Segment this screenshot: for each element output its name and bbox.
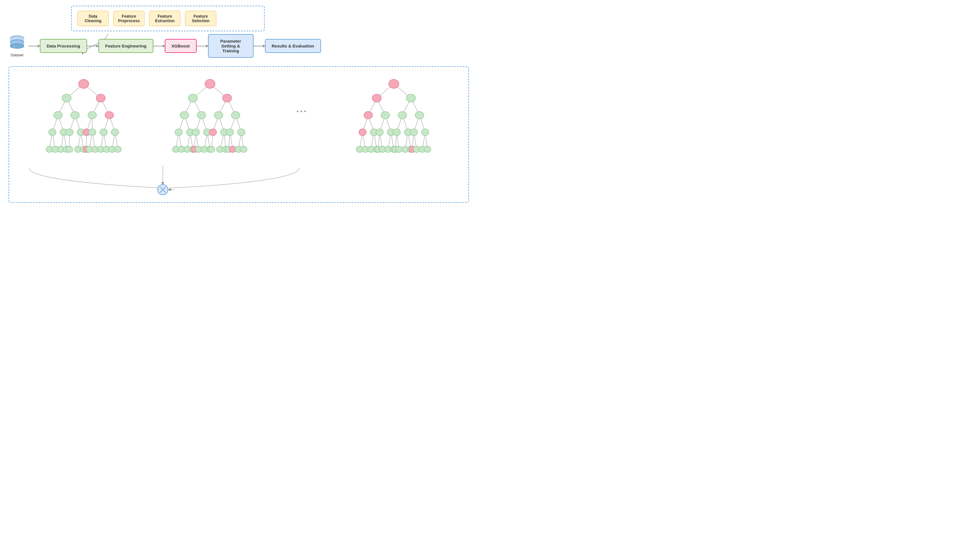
feature-engineering-pipeline-box: Feature Engineering <box>99 39 153 53</box>
svg-point-5 <box>10 44 24 48</box>
svg-point-99 <box>197 111 206 119</box>
svg-point-96 <box>188 94 197 102</box>
ellipsis-dots: ... <box>296 104 308 114</box>
svg-point-185 <box>424 146 431 153</box>
results-evaluation-box: Results & Evaluation <box>265 39 321 53</box>
feature-engineering-box: DataCleaning FeaturePreprocess FeatureEx… <box>71 6 265 31</box>
tree-2-svg <box>170 75 250 166</box>
tree-1-svg <box>44 75 124 166</box>
svg-point-161 <box>415 111 424 119</box>
arrow-5 <box>254 46 265 46</box>
svg-point-43 <box>105 111 114 119</box>
svg-point-104 <box>192 129 199 136</box>
svg-point-38 <box>62 94 71 102</box>
svg-point-8 <box>14 46 15 47</box>
svg-point-108 <box>226 129 233 136</box>
svg-point-97 <box>222 94 232 102</box>
aggregation-svg <box>23 165 454 200</box>
arrow-1 <box>28 46 40 46</box>
svg-point-65 <box>114 146 121 153</box>
dataset-icon: Dataset <box>9 35 26 57</box>
trees-container: ... <box>9 66 469 203</box>
svg-point-98 <box>180 111 189 119</box>
svg-point-156 <box>372 94 381 102</box>
svg-point-100 <box>214 111 223 119</box>
svg-point-40 <box>54 111 62 119</box>
svg-point-95 <box>205 80 215 89</box>
svg-point-37 <box>78 80 89 89</box>
pipeline-row: Dataset Data Processing Feature Engineer… <box>9 34 469 58</box>
svg-point-118 <box>208 146 215 153</box>
arrow-2 <box>87 46 99 46</box>
arrow-3 <box>153 46 165 46</box>
dataset-label: Dataset <box>11 53 23 57</box>
svg-point-50 <box>100 129 107 136</box>
trees-row: ... <box>20 75 457 166</box>
svg-point-56 <box>66 146 73 153</box>
svg-point-102 <box>175 129 182 136</box>
svg-point-6 <box>14 38 15 39</box>
svg-point-168 <box>410 129 418 136</box>
svg-point-51 <box>111 129 119 136</box>
svg-point-157 <box>406 94 415 102</box>
svg-point-49 <box>89 129 96 136</box>
svg-point-166 <box>393 129 401 136</box>
feature-preprocess-box: FeaturePreprocess <box>113 11 144 26</box>
tree-1 <box>44 75 124 166</box>
svg-point-42 <box>88 111 97 119</box>
svg-point-44 <box>49 129 56 136</box>
svg-point-164 <box>376 129 383 136</box>
svg-point-158 <box>364 111 373 119</box>
tree-3 <box>354 75 434 166</box>
database-svg <box>9 35 26 52</box>
data-cleaning-box: DataCleaning <box>77 11 109 26</box>
tree-2 <box>170 75 250 166</box>
svg-point-101 <box>231 111 240 119</box>
tree-3-svg <box>354 75 434 166</box>
svg-point-41 <box>71 111 79 119</box>
main-container: DataCleaning FeaturePreprocess FeatureEx… <box>0 0 478 209</box>
feature-extraction-box: FeatureExtraction <box>149 11 180 26</box>
svg-point-159 <box>381 111 390 119</box>
svg-point-106 <box>209 129 216 136</box>
svg-point-109 <box>238 129 245 136</box>
svg-point-39 <box>96 94 105 102</box>
parameter-setting-box: Parameter Setting & Training <box>208 34 254 58</box>
arrow-4 <box>197 46 208 46</box>
svg-point-155 <box>389 80 399 89</box>
svg-point-169 <box>421 129 429 136</box>
svg-point-124 <box>240 146 247 153</box>
data-processing-box: Data Processing <box>40 39 87 53</box>
xgboost-box: XGBoost <box>165 39 197 53</box>
svg-point-179 <box>396 146 402 153</box>
svg-point-46 <box>66 129 73 136</box>
svg-point-162 <box>359 129 366 136</box>
feature-selection-box: FeatureSelection <box>185 11 216 26</box>
svg-point-160 <box>398 111 407 119</box>
svg-point-7 <box>14 42 15 44</box>
